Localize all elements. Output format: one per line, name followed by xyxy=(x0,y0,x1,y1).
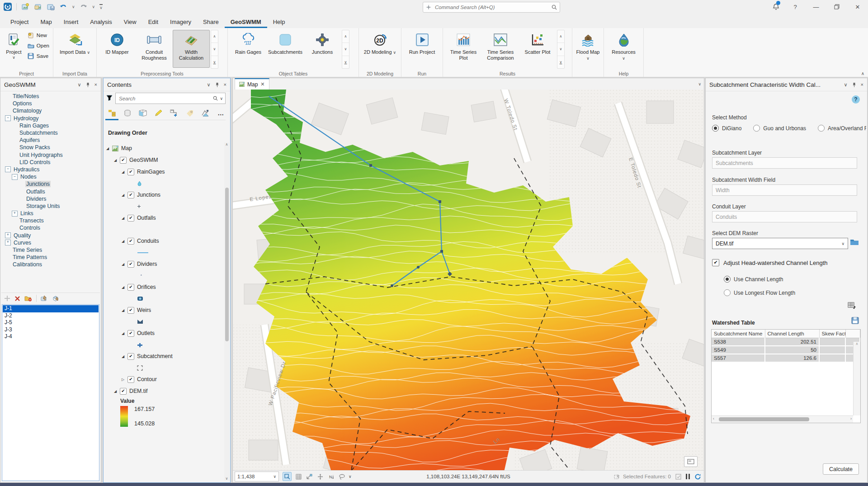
layer-visibility-checkbox[interactable]: ✔ xyxy=(127,238,134,245)
tree-item-controls[interactable]: Controls xyxy=(1,224,100,231)
tree-item-calibrations[interactable]: Calibrations xyxy=(1,261,100,268)
tree-item-time-patterns[interactable]: Time Patterns xyxy=(1,254,100,261)
tree-item-title-notes[interactable]: Title/Notes xyxy=(1,93,100,100)
map-overview-button[interactable] xyxy=(684,456,698,467)
layer-dividers[interactable]: ◢✔Dividers xyxy=(105,258,223,270)
tree-item-climatology[interactable]: Climatology xyxy=(1,107,100,114)
pin-icon[interactable] xyxy=(215,82,219,87)
cell-name[interactable]: S549 xyxy=(712,346,765,354)
menu-tab-insert[interactable]: Insert xyxy=(58,16,85,28)
zoom-to-item-icon[interactable] xyxy=(52,295,59,302)
symbol-orifices[interactable] xyxy=(105,293,223,304)
new-button[interactable]: New xyxy=(26,31,51,40)
delete-item-icon[interactable] xyxy=(14,296,20,302)
collapse-layer-icon[interactable]: ◢ xyxy=(122,331,127,335)
open-project-icon[interactable] xyxy=(34,3,42,11)
list-item-j-1[interactable]: J-1 xyxy=(3,305,99,312)
layer-visibility-checkbox[interactable]: ✔ xyxy=(120,157,127,164)
time-series-comparison-button[interactable]: Time Series Comparison xyxy=(482,30,519,68)
search-options-icon[interactable]: ∨ xyxy=(220,96,223,101)
layer-visibility-checkbox[interactable]: ✔ xyxy=(127,307,134,314)
contents-search[interactable]: ∨ xyxy=(115,93,226,104)
flood-map-button[interactable]: Flood Map ∨ xyxy=(574,30,602,68)
tree-item-time-series[interactable]: Time Series xyxy=(1,246,100,254)
collapse-icon[interactable]: − xyxy=(5,166,11,172)
tree-item-junctions[interactable]: Junctions xyxy=(1,180,100,188)
north-arrow-icon[interactable]: N xyxy=(327,472,335,481)
symbol-dividers[interactable] xyxy=(105,270,223,281)
collapse-layer-icon[interactable]: ◢ xyxy=(122,285,127,289)
layer-weirs[interactable]: ◢✔Weirs xyxy=(105,304,223,316)
table-horizontal-scrollbar[interactable]: ‹› xyxy=(712,415,853,423)
browse-folder-icon[interactable] xyxy=(850,238,859,246)
adjust-channel-length-checkbox[interactable]: ✔ Adjust Head-watershed Channel Length xyxy=(712,259,828,266)
rain-gages-button[interactable]: Rain Gages xyxy=(230,30,267,68)
list-item-j-5[interactable]: J-5 xyxy=(3,319,99,326)
collapse-layer-icon[interactable]: ◢ xyxy=(122,262,127,266)
resources-button[interactable]: Resources∨ xyxy=(606,30,642,68)
symbol-outfalls[interactable] xyxy=(105,224,223,235)
layer-visibility-checkbox[interactable]: ✔ xyxy=(127,192,134,198)
width-calculation-button[interactable]: Width Calculation xyxy=(173,30,210,68)
tree-item-hydraulics[interactable]: −Hydraulics xyxy=(1,166,100,173)
tree-item-snow-packs[interactable]: Snow Packs xyxy=(1,144,100,151)
collapse-layer-icon[interactable]: ◢ xyxy=(122,239,127,243)
layer-visibility-checkbox[interactable]: ✔ xyxy=(127,261,134,268)
scatter-plot-button[interactable]: Scatter Plot xyxy=(519,30,556,68)
symbol-subcatchment[interactable] xyxy=(105,362,223,373)
add-item-icon[interactable] xyxy=(4,295,10,302)
customize-qat-icon[interactable]: ∨ xyxy=(99,4,103,10)
layer-conduits[interactable]: ◢✔Conduits xyxy=(105,235,223,247)
tree-item-outfalls[interactable]: Outfalls xyxy=(1,188,100,195)
new-project-icon[interactable] xyxy=(21,3,29,11)
symbol-outlets[interactable] xyxy=(105,339,223,350)
tree-item-rain-gages[interactable]: Rain Gages xyxy=(1,122,100,129)
conduit-roughness-button[interactable]: Conduit Roughness xyxy=(136,30,173,68)
table-row[interactable]: S538202.51 xyxy=(712,338,860,346)
layer-junctions[interactable]: ◢✔Junctions xyxy=(105,189,223,201)
tree-item-aquifers[interactable]: Aquifers xyxy=(1,137,100,144)
redo-dropdown-icon[interactable]: ∨ xyxy=(92,5,95,9)
import-data-button[interactable]: Import Data ∨ xyxy=(57,30,94,68)
pan-to-item-icon[interactable] xyxy=(41,295,48,302)
pin-icon[interactable] xyxy=(852,82,856,87)
cell-name[interactable]: S557 xyxy=(712,354,765,362)
cell-skew[interactable] xyxy=(819,338,845,346)
list-item-j-2[interactable]: J-2 xyxy=(3,312,99,320)
restore-button[interactable] xyxy=(826,0,847,14)
map-canvas[interactable]: W Toledo StE Toledo StE LopezW Pacificvi… xyxy=(233,90,704,471)
expand-icon[interactable]: + xyxy=(5,240,11,245)
layer-visibility-checkbox[interactable]: ✔ xyxy=(120,388,127,395)
close-panel-icon[interactable]: × xyxy=(224,82,226,87)
tree-item-curves[interactable]: +Curves xyxy=(1,239,100,246)
refresh-button[interactable] xyxy=(694,473,701,480)
open-button[interactable]: Open xyxy=(26,41,51,50)
collapse-layer-icon[interactable]: ◢ xyxy=(122,216,127,220)
tree-item-hydrology[interactable]: −Hydrology xyxy=(1,115,100,122)
collapse-layer-icon[interactable]: ◢ xyxy=(114,158,120,162)
tab-selection[interactable] xyxy=(138,108,148,118)
move-icon[interactable] xyxy=(316,472,324,481)
layer-geoswmm[interactable]: ◢✔GeoSWMM xyxy=(105,154,223,166)
tree-item-lid-controls[interactable]: LID Controls xyxy=(1,159,100,166)
list-item-j-3[interactable]: J-3 xyxy=(3,326,99,334)
menu-tab-map[interactable]: Map xyxy=(34,16,57,28)
tree-item-unit-hydrographs[interactable]: Unit Hydrographs xyxy=(1,151,100,159)
dem-raster-select[interactable]: DEM.tif∨ xyxy=(712,238,848,249)
col-subcatchment-name[interactable]: Subcatchment Name xyxy=(712,330,765,338)
menu-tab-view[interactable]: View xyxy=(118,16,142,28)
selected-features-status[interactable]: Selected Features: 0 xyxy=(614,474,671,480)
project-button[interactable]: Project ∨ xyxy=(2,30,26,68)
contingent-values-icon[interactable] xyxy=(675,474,681,480)
snap-mode-icon[interactable] xyxy=(283,472,292,481)
populate-table-icon[interactable] xyxy=(848,302,856,310)
layer-visibility-checkbox[interactable]: ✔ xyxy=(127,376,134,383)
radio-use-channel-length[interactable]: Use Channel Length xyxy=(724,276,783,283)
remove-all-icon[interactable] xyxy=(24,295,32,302)
tree-item-quality[interactable]: +Quality xyxy=(1,232,100,239)
tab-snapping[interactable] xyxy=(170,108,179,118)
close-panel-icon[interactable]: × xyxy=(94,82,97,87)
map-scale-select[interactable]: 1:1,438∨ xyxy=(235,472,279,481)
radio-area-overland[interactable]: Area/Overland Flow xyxy=(818,125,866,132)
layer-subcatchment[interactable]: ◢✔Subcatchment xyxy=(105,350,223,362)
